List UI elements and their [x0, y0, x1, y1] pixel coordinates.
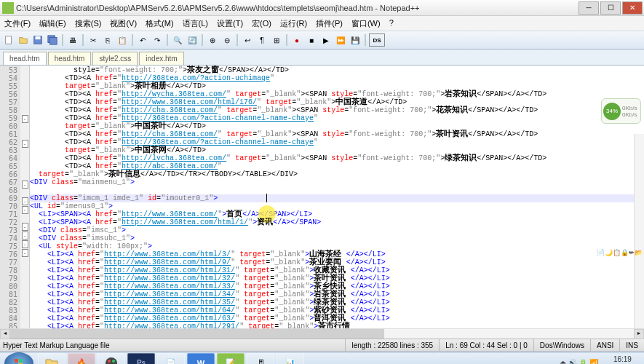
system-tray[interactable]: ⏏ 🔊 🔋 📶 16:19 2014-03-11 [560, 355, 645, 365]
scroll-left-button[interactable]: ◂ [0, 329, 10, 339]
maximize-button[interactable]: ☐ [600, 1, 621, 15]
menu-item[interactable]: 格式(M) [141, 16, 178, 31]
menu-item[interactable]: 宏(O) [247, 16, 276, 31]
svg-point-12 [112, 360, 115, 363]
svg-rect-4 [50, 38, 57, 45]
status-encoding: ANSI [590, 339, 619, 352]
taskbar-app-icon[interactable]: 📊 [277, 353, 304, 365]
status-filetype: Hyper Text Markup Language file [0, 341, 277, 349]
menu-item[interactable]: 编辑(E) [35, 16, 71, 31]
taskbar-app-icon[interactable]: 🎛 [247, 353, 274, 365]
wrap-icon[interactable]: ↩ [241, 33, 254, 47]
app-icon [2, 2, 14, 14]
copy-icon[interactable]: ⎘ [101, 33, 114, 47]
cut-icon[interactable]: ✂ [87, 33, 100, 47]
menu-item[interactable]: 插件(P) [311, 16, 347, 31]
file-tab[interactable]: index.htm [139, 52, 183, 65]
code-editor[interactable]: style="font-weight: 700;">茶友之窗</SPAN></A… [30, 66, 644, 328]
play-multi-icon[interactable]: ⏩ [334, 33, 347, 47]
status-length: length : 22580 lines : 355 [345, 339, 439, 352]
menu-item[interactable]: 搜索(S) [71, 16, 106, 31]
close-button[interactable]: ✕ [622, 1, 643, 15]
save-icon[interactable] [31, 33, 44, 47]
toolbar-separator [286, 34, 287, 46]
zoom-out-icon[interactable]: ⊖ [220, 33, 234, 47]
menu-item[interactable]: 运行(R) [276, 16, 311, 31]
taskbar-photoshop-icon[interactable]: Ps [127, 353, 155, 365]
stop-macro-icon[interactable]: ■ [305, 33, 318, 47]
zoom-in-icon[interactable]: ⊕ [206, 33, 219, 47]
play-macro-icon[interactable]: ▶ [319, 33, 333, 47]
redo-icon[interactable]: ↷ [151, 33, 164, 47]
find-icon[interactable]: 🔍 [171, 33, 184, 47]
record-macro-icon[interactable]: ● [290, 33, 303, 47]
start-button[interactable] [4, 352, 33, 365]
network-monitor-badge[interactable]: 34% 0Kb/s 0Kb/s [601, 98, 641, 124]
taskbar-app-icon[interactable]: W [187, 353, 215, 365]
line-number-gutter: 5354555657585960616263646566676869707172… [0, 66, 20, 328]
taskbar-app-icon[interactable] [98, 353, 125, 365]
scrollbar-thumb[interactable] [10, 329, 384, 339]
status-mode: INS [619, 339, 644, 352]
scrollbar-track[interactable] [10, 329, 634, 339]
paste-icon[interactable]: 📋 [116, 33, 129, 47]
svg-rect-2 [36, 36, 41, 39]
toolbar-separator [365, 34, 366, 46]
toolbar-separator [236, 34, 238, 46]
file-tab[interactable]: style2.css [92, 52, 138, 65]
open-file-icon[interactable] [17, 33, 30, 47]
svg-rect-7 [19, 359, 23, 363]
toolbar-separator [82, 34, 84, 46]
taskbar-notepadpp-icon[interactable]: 📝 [217, 353, 245, 365]
taskbar-app-icon[interactable]: 📄 [157, 353, 185, 365]
menu-item[interactable]: 窗口(W) [347, 16, 385, 31]
menu-item[interactable]: 文件(F) [0, 16, 35, 31]
taskbar-explorer-icon[interactable] [38, 353, 65, 365]
toolbar-separator [202, 34, 203, 46]
toolbar-separator [62, 34, 63, 46]
svg-point-11 [108, 360, 111, 363]
svg-point-10 [106, 357, 117, 365]
menu-item[interactable]: 语言(L) [178, 16, 212, 31]
scroll-right-button[interactable]: ▸ [634, 329, 644, 339]
save-macro-icon[interactable]: 💾 [349, 33, 362, 47]
save-all-icon[interactable] [46, 33, 59, 47]
menu-item[interactable]: 视图(V) [106, 16, 141, 31]
undo-icon[interactable]: ↶ [136, 33, 149, 47]
replace-icon[interactable]: 🔄 [186, 33, 199, 47]
file-tab[interactable]: head.htm [3, 52, 47, 65]
menu-item[interactable]: 设置(T) [212, 16, 247, 31]
fold-gutter[interactable]: ---------- [20, 66, 30, 328]
file-tab[interactable]: head.htm [48, 52, 92, 65]
status-os: Dos\Windows [533, 339, 590, 352]
minimize-button[interactable]: ─ [579, 1, 599, 15]
toolbar-separator [167, 34, 168, 46]
svg-rect-6 [15, 359, 18, 363]
taskbar-app-icon[interactable]: 🔥 [68, 353, 95, 365]
show-chars-icon[interactable]: ¶ [255, 33, 269, 47]
svg-rect-0 [6, 36, 12, 44]
indent-guide-icon[interactable]: ⊞ [270, 33, 283, 47]
doc-switcher-icon[interactable]: DS [369, 33, 385, 47]
toolbar-separator [132, 34, 133, 46]
menu-item[interactable]: ? [385, 16, 398, 31]
status-position: Ln : 69 Col : 44 Sel : 0 | 0 [439, 339, 533, 352]
tray-time: 16:19 [604, 355, 641, 363]
window-title: C:\Users\Administrator\Desktop\APMServ5.… [16, 4, 579, 12]
print-icon[interactable]: 🖶 [66, 33, 79, 47]
new-file-icon[interactable] [2, 33, 15, 47]
